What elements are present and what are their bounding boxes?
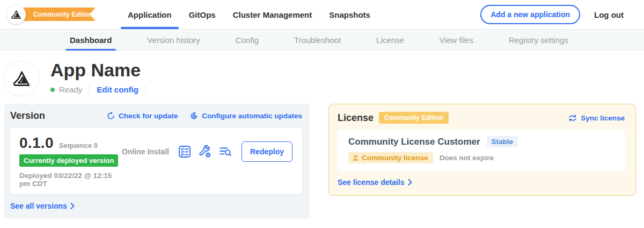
subtab-dashboard-label: Dashboard bbox=[70, 35, 112, 45]
subtab-troubleshoot-label: Troubleshoot bbox=[294, 35, 341, 45]
tab-snapshots[interactable]: Snapshots bbox=[320, 0, 379, 29]
configure-automatic-updates-link[interactable]: Configure automatic updates bbox=[189, 111, 302, 120]
replicated-logo-icon bbox=[11, 68, 32, 89]
see-all-versions-link[interactable]: See all versions bbox=[10, 202, 302, 210]
divider bbox=[89, 86, 90, 94]
dashboard-cards: Version Check for update bbox=[0, 96, 644, 219]
subtab-registry-settings-label: Registry settings bbox=[509, 35, 568, 45]
version-card: Version Check for update bbox=[4, 104, 310, 219]
tab-gitops[interactable]: GitOps bbox=[180, 0, 224, 29]
replicated-logo-circle bbox=[6, 5, 26, 24]
view-logs-icon[interactable] bbox=[219, 145, 232, 158]
channel-badge: Stable bbox=[487, 136, 518, 147]
currently-deployed-badge: Currently deployed version bbox=[19, 154, 118, 167]
redeploy-button[interactable]: Redeploy bbox=[241, 141, 292, 162]
subtab-registry-settings[interactable]: Registry settings bbox=[501, 30, 576, 50]
expiration-text: Does not expire bbox=[440, 154, 494, 162]
subtab-dashboard[interactable]: Dashboard bbox=[62, 30, 119, 50]
license-detail-panel: Community License Customer Stable Commun… bbox=[338, 130, 625, 171]
add-new-application-button[interactable]: Add a new application bbox=[480, 5, 580, 24]
edit-config-link[interactable]: Edit config bbox=[97, 85, 138, 94]
tab-cluster-management-label: Cluster Management bbox=[233, 10, 312, 19]
current-version-panel: 0.1.0 Sequence 0 Currently deployed vers… bbox=[10, 128, 302, 194]
check-for-update-label: Check for update bbox=[119, 112, 178, 120]
see-license-details-label: See license details bbox=[338, 178, 405, 187]
subtab-license[interactable]: License bbox=[369, 30, 412, 50]
logout-button[interactable]: Log out bbox=[594, 10, 624, 19]
tab-cluster-management[interactable]: Cluster Management bbox=[224, 0, 321, 29]
community-edition-badge: Community Edition bbox=[379, 112, 449, 124]
tab-gitops-label: GitOps bbox=[189, 10, 216, 19]
subtab-version-history-label: Version history bbox=[147, 35, 200, 45]
version-number: 0.1.0 bbox=[19, 135, 54, 151]
chevron-right-icon bbox=[70, 203, 75, 209]
subtab-config-label: Config bbox=[236, 35, 259, 45]
license-card: License Community Edition Sync license C… bbox=[328, 104, 636, 196]
subtab-license-label: License bbox=[376, 35, 404, 45]
top-navigation-bar: Community Edition Application GitOps Clu… bbox=[0, 0, 644, 29]
sync-license-label: Sync license bbox=[581, 114, 625, 122]
version-card-title: Version bbox=[10, 110, 45, 122]
sync-arrows-icon bbox=[568, 114, 577, 122]
config-wrench-icon[interactable] bbox=[199, 145, 211, 158]
status-text: Ready bbox=[59, 85, 82, 94]
deployed-timestamp: Deployed 03/22/22 @ 12:15 pm CDT bbox=[19, 172, 122, 188]
configure-automatic-updates-label: Configure automatic updates bbox=[202, 112, 302, 120]
divider bbox=[145, 86, 146, 94]
topnav-actions: Add a new application Log out bbox=[480, 5, 644, 24]
refresh-icon bbox=[106, 111, 115, 120]
sync-license-link[interactable]: Sync license bbox=[568, 114, 625, 122]
auto-update-clock-icon bbox=[189, 111, 199, 120]
see-all-versions-label: See all versions bbox=[10, 202, 67, 210]
license-type-badge: Community license bbox=[348, 152, 433, 163]
ready-dot-icon bbox=[50, 88, 55, 92]
community-edition-ribbon-label: Community Edition bbox=[33, 11, 94, 18]
tab-application-label: Application bbox=[128, 10, 172, 19]
page-title: App Name bbox=[50, 60, 153, 81]
app-avatar bbox=[4, 61, 39, 96]
tab-application[interactable]: Application bbox=[119, 0, 180, 29]
subtab-config[interactable]: Config bbox=[228, 30, 266, 50]
install-type-label: Online Install bbox=[122, 147, 169, 156]
subtab-version-history[interactable]: Version history bbox=[140, 30, 207, 50]
replicated-logo-icon bbox=[10, 9, 22, 20]
license-type-badge-label: Community license bbox=[362, 154, 428, 162]
app-status-row: Ready Edit config bbox=[50, 85, 153, 94]
brand-badge: Community Edition bbox=[0, 0, 98, 29]
chevron-right-icon bbox=[408, 179, 412, 186]
see-license-details-link[interactable]: See license details bbox=[338, 178, 625, 187]
subtab-view-files[interactable]: View files bbox=[432, 30, 481, 50]
subtab-troubleshoot[interactable]: Troubleshoot bbox=[287, 30, 348, 50]
primary-tabs: Application GitOps Cluster Management Sn… bbox=[119, 0, 379, 29]
check-for-update-link[interactable]: Check for update bbox=[106, 111, 178, 120]
tab-snapshots-label: Snapshots bbox=[329, 10, 370, 19]
community-edition-ribbon: Community Edition bbox=[16, 8, 96, 21]
sequence-label: Sequence 0 bbox=[59, 141, 98, 149]
app-header: App Name Ready Edit config bbox=[0, 51, 644, 96]
license-user-icon bbox=[352, 154, 359, 161]
license-card-title: License bbox=[338, 112, 374, 124]
preflight-checks-icon[interactable] bbox=[178, 145, 191, 158]
secondary-navigation-bar: Dashboard Version history Config Trouble… bbox=[0, 29, 644, 51]
customer-name: Community License Customer bbox=[348, 137, 480, 147]
subtab-view-files-label: View files bbox=[440, 35, 473, 45]
